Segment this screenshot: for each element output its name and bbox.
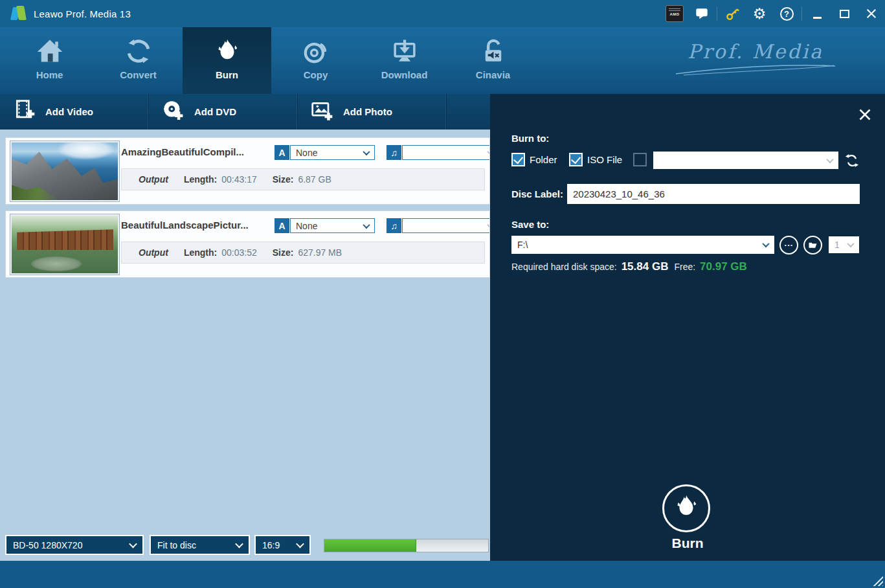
leawo-logo-icon [10, 6, 27, 21]
audio-track-icon: ♫ [386, 145, 401, 160]
add-dvd-label: Add DVD [194, 106, 236, 117]
refresh-drives-icon[interactable] [845, 153, 859, 170]
copies-value: 1 [835, 240, 840, 250]
chevron-down-icon [296, 540, 304, 548]
media-list: AmazingBeautifulCompil... A None ♫ Outpu… [0, 130, 490, 561]
required-space-value: 15.84 GB [622, 260, 669, 273]
titlebar-separator [801, 6, 802, 21]
aspect-ratio-select[interactable]: 16:9 [254, 535, 311, 555]
download-icon [390, 36, 420, 66]
output-label: Output [139, 174, 168, 185]
video-thumbnail [10, 141, 119, 201]
disc-capacity-bar [324, 539, 489, 552]
copy-icon [301, 36, 331, 66]
add-video-button[interactable]: Add Video [0, 94, 149, 130]
size-label: Size: [273, 174, 294, 185]
tab-label: Home [36, 69, 63, 80]
iso-file-checkbox[interactable] [569, 153, 583, 166]
subtitle-select[interactable]: None [290, 145, 375, 160]
size-value: 6.87 GB [298, 174, 331, 185]
size-value: 627.97 MB [298, 247, 342, 258]
disc-drive-checkbox[interactable] [633, 153, 647, 166]
free-space-value: 70.97 GB [700, 260, 747, 273]
brand-swoosh [675, 62, 836, 76]
folder-checkbox[interactable] [511, 153, 525, 166]
add-photo-label: Add Photo [343, 106, 392, 117]
size-label: Size: [273, 247, 294, 258]
panel-close-button[interactable] [858, 108, 871, 121]
home-icon [35, 36, 65, 66]
media-item-row-1[interactable]: AmazingBeautifulCompil... A None ♫ Outpu… [5, 137, 490, 205]
disc-model-value: BD-50 1280X720 [13, 540, 82, 550]
app-title: Leawo Prof. Media 13 [34, 8, 131, 19]
disc-label-input[interactable] [567, 184, 860, 204]
add-photo-icon [311, 99, 334, 125]
tab-label: Cinavia [476, 69, 510, 80]
audio-select[interactable] [402, 218, 490, 233]
chevron-down-icon [363, 221, 370, 228]
disc-label-label: Disc Label: [511, 188, 563, 199]
burn-button[interactable] [662, 484, 710, 532]
video-thumbnail [10, 214, 119, 275]
disc-drive-select[interactable] [653, 152, 838, 169]
open-folder-button[interactable] [803, 236, 822, 254]
burn-icon [212, 36, 242, 66]
tab-label: Copy [304, 69, 328, 80]
chevron-down-icon [847, 240, 854, 247]
browse-ellipsis-button[interactable]: ... [779, 236, 798, 254]
save-to-label: Save to: [511, 219, 549, 230]
length-value: 00:03:52 [221, 247, 257, 258]
disk-space-info: Required hard disk space: 15.84 GB Free:… [511, 260, 747, 273]
status-footer [0, 561, 885, 588]
add-photo-button[interactable]: Add Photo [298, 94, 447, 130]
video-title: BeautifulLandscapePictur... [121, 220, 249, 231]
media-item-row-2[interactable]: BeautifulLandscapePictur... A None ♫ Out… [5, 210, 490, 278]
burn-flame-icon [673, 493, 700, 523]
fit-mode-select[interactable]: Fit to disc [150, 535, 250, 555]
audio-select[interactable] [402, 145, 490, 160]
burn-button-label: Burn [490, 536, 885, 551]
app-window: Leawo Prof. Media 13 AMD ⚙ ? [0, 0, 885, 588]
add-video-icon [13, 99, 36, 125]
main-nav: Home Convert Burn [0, 27, 885, 94]
iso-file-checkbox-label: ISO File [587, 154, 622, 165]
tab-cinavia[interactable]: Cinavia [449, 27, 537, 94]
chevron-down-icon [129, 540, 137, 548]
add-dvd-icon [162, 99, 185, 125]
maximize-button[interactable] [831, 0, 858, 27]
brand-script-text: Prof. Media [688, 40, 823, 63]
output-info: Output Length: 00:43:17 Size: 6.87 GB [121, 168, 485, 190]
folder-checkbox-label: Folder [530, 154, 557, 165]
brand-logo: Prof. Media [675, 40, 836, 76]
fit-mode-value: Fit to disc [157, 540, 196, 550]
feedback-icon[interactable] [688, 0, 715, 27]
chevron-down-icon [826, 155, 833, 163]
minimize-button[interactable] [803, 0, 831, 27]
copies-select[interactable]: 1 [829, 236, 859, 253]
resize-grip[interactable] [872, 575, 883, 586]
tab-burn[interactable]: Burn [183, 27, 271, 94]
disc-model-select[interactable]: BD-50 1280X720 [5, 535, 144, 555]
tab-label: Convert [120, 69, 157, 80]
subtitle-select[interactable]: None [290, 218, 375, 233]
chevron-down-icon [762, 240, 769, 247]
burn-settings-panel: Burn to: Folder ISO File Disc Label: Sav… [490, 94, 885, 561]
tab-download[interactable]: Download [360, 27, 449, 94]
add-video-label: Add Video [45, 106, 93, 117]
required-space-label: Required hard disk space: [511, 262, 617, 272]
tab-convert[interactable]: Convert [94, 27, 183, 94]
tab-copy[interactable]: Copy [271, 27, 360, 94]
save-path-value: F:\ [517, 240, 528, 250]
add-media-toolbar: Add Video Add DVD Add Photo [0, 94, 490, 130]
tab-home[interactable]: Home [5, 27, 94, 94]
save-path-select[interactable]: F:\ [511, 236, 774, 254]
help-icon[interactable]: ? [773, 0, 800, 27]
burn-to-label: Burn to: [511, 133, 549, 144]
tab-label: Burn [216, 69, 238, 80]
add-dvd-button[interactable]: Add DVD [149, 94, 298, 130]
settings-gear-icon[interactable]: ⚙ [746, 0, 773, 27]
register-key-icon[interactable] [719, 0, 746, 27]
subtitle-select-value: None [296, 221, 317, 231]
output-info: Output Length: 00:03:52 Size: 627.97 MB [121, 242, 485, 264]
close-button[interactable] [858, 0, 885, 27]
